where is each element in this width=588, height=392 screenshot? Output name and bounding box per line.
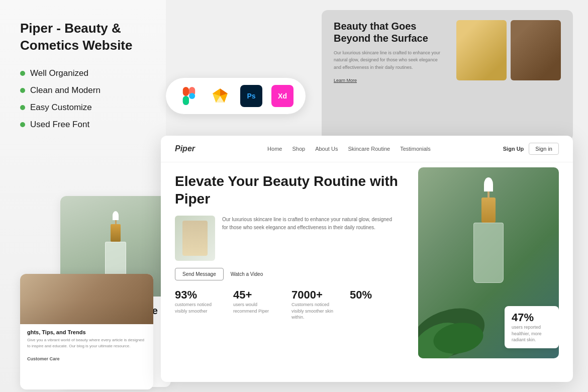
photoshop-icon: Ps (240, 85, 262, 107)
rt-product-image-2 (511, 20, 561, 80)
stat-number-0: 93% (175, 288, 223, 302)
bullet-dot (20, 105, 25, 110)
stat-number-3: 50% (350, 288, 398, 302)
nav-actions: Sign Up Sign in (503, 143, 559, 155)
bottle-body (473, 223, 504, 283)
main-mockup: Piper Home Shop About Us Skincare Routin… (161, 136, 573, 382)
nav-link-about[interactable]: About Us (315, 146, 338, 152)
list-item: Clean and Modern (20, 85, 171, 95)
feature-list: Well Organized Clean and Modern Easy Cus… (20, 68, 171, 130)
send-message-button[interactable]: Send Message (175, 268, 224, 280)
signup-button[interactable]: Sign Up (503, 146, 524, 152)
bottom-card-text: ghts, Tips, and Trends Give you a vibran… (20, 324, 153, 354)
hero-product-bottle (468, 177, 509, 283)
bottle-dropper-top (484, 177, 493, 191)
nav-link-skincare[interactable]: Skincare Routine (348, 146, 390, 152)
stat-number-1: 45+ (233, 288, 281, 302)
hero-content-row: Our luxurious skincare line is crafted t… (175, 216, 398, 261)
mini-bottle-dropper (113, 211, 119, 220)
mockup-hero: Elevate Your Beauty Routine with Piper O… (161, 162, 573, 382)
svg-point-3 (189, 93, 195, 99)
list-item: Easy Customize (20, 103, 171, 113)
svg-rect-4 (183, 96, 189, 105)
feature-label: Easy Customize (30, 103, 92, 113)
list-item: Used Free Font (20, 120, 171, 130)
hero-product-thumbnail (175, 216, 215, 261)
bottle-neck (487, 191, 489, 198)
nav-link-shop[interactable]: Shop (292, 146, 305, 152)
stat-item-3: 50% (350, 288, 398, 321)
figma-icon (178, 85, 200, 107)
stat-item-1: 45+ users would recommend Piper (233, 288, 281, 321)
feature-label: Well Organized (30, 68, 88, 78)
hero-description: Our luxurious skincare line is crafted t… (222, 216, 398, 261)
rt-card-images (456, 20, 561, 84)
bullet-dot (20, 88, 25, 93)
feature-label: Used Free Font (30, 120, 89, 130)
nav-links: Home Shop About Us Skincare Routine Test… (267, 146, 431, 152)
stat-label-2: Customers noticed visibly smoother skin … (291, 302, 340, 321)
rt-card-desc: Our luxurious skincare line is crafted t… (334, 49, 446, 71)
rt-learn-more-link[interactable]: Learn More (334, 78, 357, 83)
bottom-card-title: ghts, Tips, and Trends (27, 329, 146, 335)
watch-video-button[interactable]: Watch a Video (231, 268, 263, 280)
nav-link-testimonials[interactable]: Testimonials (400, 146, 431, 152)
bottle-cap (481, 198, 496, 223)
mini-bottle-neck (115, 220, 117, 224)
list-item: Well Organized (20, 68, 171, 78)
stat-item-2: 7000+ Customers noticed visibly smoother… (291, 288, 340, 321)
tools-pill: Ps Xd (166, 78, 306, 114)
mini-bottle-cap (111, 224, 121, 242)
product-stat-badge: 47% users reported healthier, more radia… (505, 306, 559, 348)
mockup-navbar: Piper Home Shop About Us Skincare Routin… (161, 136, 573, 162)
xd-icon: Xd (271, 85, 293, 107)
svg-rect-0 (183, 87, 189, 96)
sketch-icon (209, 85, 231, 107)
left-info-panel: Piper - Beauty & Cometics Website Well O… (20, 20, 171, 130)
stat-item-0: 93% customers noticed visibly smoother (175, 288, 223, 321)
hero-title: Elevate Your Beauty Routine with Piper (175, 172, 398, 208)
rt-card-left: Beauty that Goes Beyond the Surface Our … (334, 20, 446, 84)
hero-product-background: 47% users reported healthier, more radia… (418, 167, 559, 358)
nav-link-home[interactable]: Home (267, 146, 282, 152)
hero-stats-row: 93% customers noticed visibly smoother 4… (175, 288, 398, 321)
feature-label: Clean and Modern (30, 85, 101, 95)
bottom-card-overlay (20, 299, 153, 324)
hero-left-content: Elevate Your Beauty Routine with Piper O… (175, 172, 408, 382)
bottom-card-section-label: Customer Care (20, 354, 153, 363)
badge-number: 47% (512, 311, 552, 324)
page-title: Piper - Beauty & Cometics Website (20, 20, 171, 54)
bottom-card-image (20, 274, 153, 324)
stat-label-0: customers noticed visibly smoother (175, 302, 223, 314)
stat-label-1: users would recommend Piper (233, 302, 281, 314)
bullet-dot (20, 71, 25, 76)
stat-number-2: 7000+ (291, 288, 340, 302)
leaf-decoration-icon (418, 293, 488, 358)
badge-text: users reported healthier, more radiant s… (512, 324, 552, 343)
bullet-dot (20, 122, 25, 127)
hero-buttons: Send Message Watch a Video (175, 268, 398, 280)
right-top-card: Beauty that Goes Beyond the Surface Our … (322, 10, 573, 141)
hero-right-content: 47% users reported healthier, more radia… (408, 172, 559, 382)
mockup-logo: Piper (175, 144, 195, 153)
rt-card-inner: Beauty that Goes Beyond the Surface Our … (322, 10, 573, 94)
bottom-left-card: ghts, Tips, and Trends Give you a vibran… (20, 274, 153, 389)
signin-button[interactable]: Sign in (529, 143, 559, 155)
rt-card-title: Beauty that Goes Beyond the Surface (334, 20, 446, 44)
hero-thumbnail-inner (182, 221, 208, 256)
rt-product-image-1 (456, 20, 507, 80)
bottom-card-desc: Give you a vibrant world of beauty where… (27, 337, 146, 349)
